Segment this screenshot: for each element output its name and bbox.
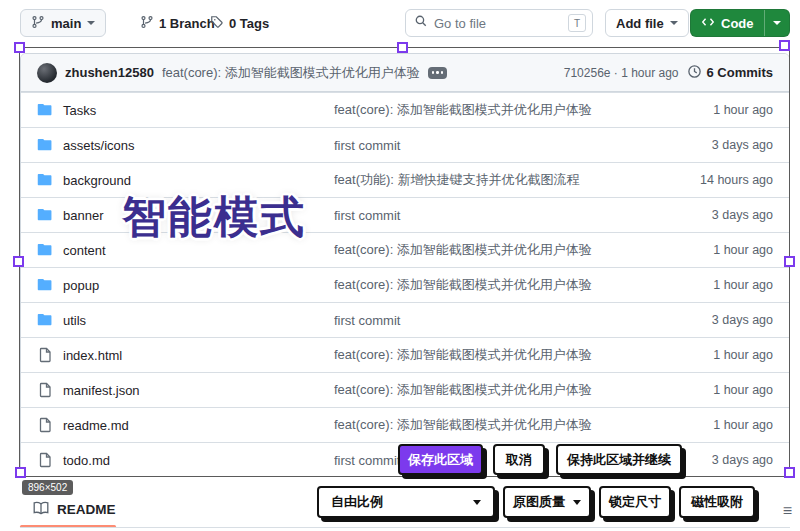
selection-handle-right-middle[interactable] <box>784 256 795 267</box>
folder-icon <box>37 102 53 118</box>
screenshot-tool-overlay-on-github-repo: main 1 Branch 0 Tags <box>0 0 800 531</box>
row-commit-message[interactable]: feat(core): 添加智能截图模式并优化用户体验 <box>334 241 678 259</box>
search-input[interactable] <box>434 16 568 31</box>
code-dropdown[interactable] <box>764 10 789 36</box>
chevron-down-icon <box>473 500 481 505</box>
file-name-link[interactable]: background <box>63 173 131 188</box>
code-button[interactable]: Code <box>690 9 790 37</box>
row-commit-message[interactable]: feat(core): 添加智能截图模式并优化用户体验 <box>334 346 678 364</box>
aspect-ratio-value: 自由比例 <box>331 493 383 511</box>
file-name-link[interactable]: manifest.json <box>63 383 140 398</box>
file-name-link[interactable]: banner <box>63 208 103 223</box>
file-name-link[interactable]: todo.md <box>63 453 110 468</box>
row-commit-message[interactable]: first commit <box>334 138 678 153</box>
file-name-link[interactable]: content <box>63 243 106 258</box>
row-commit-message[interactable]: first commit <box>334 208 678 223</box>
folder-icon <box>37 277 53 293</box>
commit-hash-time[interactable]: 710256e · 1 hour ago <box>564 66 679 80</box>
row-commit-message[interactable]: feat(core): 添加智能截图模式并优化用户体验 <box>334 276 678 294</box>
row-commit-message[interactable]: feat(core): 添加智能截图模式并优化用户体验 <box>334 416 678 434</box>
row-commit-time: 3 days ago <box>678 208 773 222</box>
image-quality-value: 原图质量 <box>513 493 565 511</box>
latest-commit-bar: zhushen12580 feat(core): 添加智能截图模式并优化用户体验… <box>21 54 789 92</box>
selection-size-badge: 896×502 <box>22 480 73 495</box>
aspect-ratio-select[interactable]: 自由比例 <box>317 486 495 518</box>
branches-label: 1 Branch <box>159 16 215 31</box>
selection-handle-bottom-right[interactable] <box>784 467 795 478</box>
branch-selector-button[interactable]: main <box>20 9 106 37</box>
chevron-down-icon <box>573 500 581 505</box>
git-branch-icon <box>140 15 154 32</box>
row-commit-time: 1 hour ago <box>678 243 773 257</box>
annotation-text: 智能模式 <box>122 188 306 247</box>
lock-size-button[interactable]: 锁定尺寸 <box>599 486 671 518</box>
row-commit-message[interactable]: feat(core): 添加智能截图模式并优化用户体验 <box>334 101 678 119</box>
file-name-link[interactable]: readme.md <box>63 418 129 433</box>
tag-icon <box>210 15 224 32</box>
folder-icon <box>37 137 53 153</box>
row-commit-time: 3 days ago <box>678 313 773 327</box>
folder-icon <box>37 172 53 188</box>
row-commit-message[interactable]: feat(core): 添加智能截图模式并优化用户体验 <box>334 381 678 399</box>
file-icon <box>37 417 53 433</box>
file-icon <box>37 347 53 363</box>
table-row[interactable]: readme.md feat(core): 添加智能截图模式并优化用户体验 1 … <box>21 407 789 442</box>
selection-handle-bottom-left[interactable] <box>15 467 26 478</box>
selection-handle-left-middle[interactable] <box>13 256 24 267</box>
table-row[interactable]: manifest.json feat(core): 添加智能截图模式并优化用户体… <box>21 372 789 407</box>
file-name-link[interactable]: utils <box>63 313 86 328</box>
avatar[interactable] <box>37 63 57 83</box>
commit-expand-ellipsis[interactable] <box>428 67 448 79</box>
keyboard-shortcut-badge: T <box>568 14 586 32</box>
file-name-link[interactable]: Tasks <box>63 103 96 118</box>
selection-handle-top-middle[interactable] <box>397 42 408 53</box>
outline-menu-icon[interactable]: ≡ <box>783 502 792 520</box>
file-table: zhushen12580 feat(core): 添加智能截图模式并优化用户体验… <box>20 53 790 477</box>
row-commit-time: 3 days ago <box>678 453 773 467</box>
history-clock-icon <box>687 64 702 82</box>
branch-name: main <box>51 16 81 31</box>
divider <box>20 527 790 528</box>
file-name-link[interactable]: assets/icons <box>63 138 135 153</box>
table-row[interactable]: index.html feat(core): 添加智能截图模式并优化用户体验 1… <box>21 337 789 372</box>
selection-handle-top-right[interactable] <box>779 40 790 51</box>
image-quality-select[interactable]: 原图质量 <box>503 486 591 518</box>
readme-label: README <box>57 502 116 517</box>
code-label: Code <box>721 16 754 31</box>
go-to-file-search[interactable]: T <box>405 9 593 37</box>
folder-icon <box>37 242 53 258</box>
row-commit-time: 3 days ago <box>678 138 773 152</box>
table-row[interactable]: popup feat(core): 添加智能截图模式并优化用户体验 1 hour… <box>21 267 789 302</box>
row-commit-message[interactable]: first commit <box>334 313 678 328</box>
folder-icon <box>37 312 53 328</box>
table-row[interactable]: Tasks feat(core): 添加智能截图模式并优化用户体验 1 hour… <box>21 92 789 127</box>
branches-link[interactable]: 1 Branch <box>140 15 215 32</box>
file-name-link[interactable]: popup <box>63 278 99 293</box>
tab-readme[interactable]: README <box>33 500 116 519</box>
file-name-link[interactable]: index.html <box>63 348 122 363</box>
tags-link[interactable]: 0 Tags <box>210 15 269 32</box>
keep-region-continue-button[interactable]: 保持此区域并继续 <box>556 444 682 475</box>
file-icon <box>37 382 53 398</box>
selection-handle-top-left[interactable] <box>14 42 25 53</box>
commits-history-link[interactable]: 6 Commits <box>687 64 773 82</box>
table-row[interactable]: assets/icons first commit 3 days ago <box>21 127 789 162</box>
commit-author-link[interactable]: zhushen12580 <box>65 65 154 80</box>
save-region-button[interactable]: 保存此区域 <box>398 444 483 475</box>
table-row[interactable]: utils first commit 3 days ago <box>21 302 789 337</box>
cancel-button[interactable]: 取消 <box>493 444 545 475</box>
magnetic-snap-button[interactable]: 磁性吸附 <box>679 486 755 518</box>
row-commit-time: 1 hour ago <box>678 418 773 432</box>
book-icon <box>33 500 49 519</box>
git-branch-icon <box>31 15 45 32</box>
commit-message-link[interactable]: feat(core): 添加智能截图模式并优化用户体验 <box>162 64 420 82</box>
row-commit-message[interactable]: feat(功能): 新增快捷键支持并优化截图流程 <box>334 171 678 189</box>
row-commit-time: 1 hour ago <box>678 383 773 397</box>
chevron-down-icon <box>670 21 678 25</box>
file-icon <box>37 452 53 468</box>
chevron-down-icon <box>87 21 95 25</box>
row-commit-time: 1 hour ago <box>678 278 773 292</box>
row-commit-time: 1 hour ago <box>678 103 773 117</box>
repo-toolbar: main 1 Branch 0 Tags <box>0 0 800 46</box>
add-file-button[interactable]: Add file <box>605 9 689 37</box>
